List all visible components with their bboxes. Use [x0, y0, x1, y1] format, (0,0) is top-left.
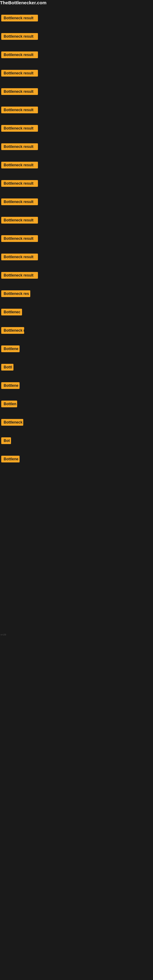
bottleneck-label: Bottl: [1, 364, 13, 371]
list-item: Bottleneck r: [1, 327, 24, 334]
bottleneck-label: Bottleneck result: [1, 51, 38, 58]
list-item: Bottleneck result: [1, 88, 38, 95]
bottleneck-label: Bottlene: [1, 456, 19, 463]
bottleneck-label: Bottleneck result: [1, 272, 38, 279]
bottleneck-label: Bottleneck result: [1, 254, 38, 260]
list-item: Bottleneck result: [1, 51, 38, 58]
list-item: Bottl: [1, 364, 13, 371]
site-header: TheBottlenecker.com: [0, 0, 153, 5]
bottleneck-label: Bottleneck res: [1, 290, 30, 297]
list-item: Bottleneck result: [1, 217, 38, 224]
bottleneck-label: Bottleneck result: [1, 235, 38, 242]
bottleneck-label: Bottleneck result: [1, 15, 38, 21]
bottleneck-label: Bottleneck result: [1, 125, 38, 132]
bottleneck-label: Bottlenec: [1, 309, 22, 315]
list-item: Bottlene: [1, 345, 19, 352]
small-label: n=25: [1, 633, 6, 636]
list-item: Bottlene: [1, 382, 19, 389]
list-item: Bottleneck result: [1, 15, 38, 21]
list-item: Bottlene: [1, 456, 19, 463]
list-item: Bot: [1, 438, 11, 444]
bottleneck-label: Bottleneck result: [1, 143, 38, 150]
bottleneck-label: Bottlen: [1, 401, 17, 407]
list-item: Bottlen: [1, 401, 17, 407]
bottleneck-label: Bottleneck result: [1, 217, 38, 224]
bottleneck-label: Bottlene: [1, 345, 19, 352]
list-item: Bottleneck: [1, 419, 23, 426]
bottleneck-label: Bottleneck result: [1, 33, 38, 40]
bottleneck-label: Bottleneck r: [1, 327, 24, 334]
bottleneck-label: Bottleneck result: [1, 88, 38, 95]
list-item: Bottleneck res: [1, 290, 30, 297]
list-item: Bottleneck result: [1, 162, 38, 169]
bottleneck-label: Bottleneck result: [1, 199, 38, 205]
list-item: Bottleneck result: [1, 199, 38, 205]
list-item: Bottleneck result: [1, 70, 38, 76]
bottleneck-label: Bottleneck: [1, 419, 23, 426]
list-item: Bottleneck result: [1, 235, 38, 242]
bottleneck-label: Bottleneck result: [1, 107, 38, 113]
bottleneck-label: Bot: [1, 438, 11, 444]
list-item: Bottleneck result: [1, 33, 38, 40]
list-item: Bottleneck result: [1, 107, 38, 113]
bottleneck-label: Bottleneck result: [1, 180, 38, 187]
list-item: Bottleneck result: [1, 254, 38, 260]
list-item: Bottleneck result: [1, 143, 38, 150]
bottleneck-label: Bottleneck result: [1, 70, 38, 76]
list-item: Bottleneck result: [1, 272, 38, 279]
list-item: Bottlenec: [1, 309, 22, 315]
list-item: Bottleneck result: [1, 180, 38, 187]
bottleneck-label: Bottleneck result: [1, 162, 38, 169]
bottleneck-label: Bottlene: [1, 382, 19, 389]
list-item: Bottleneck result: [1, 125, 38, 132]
